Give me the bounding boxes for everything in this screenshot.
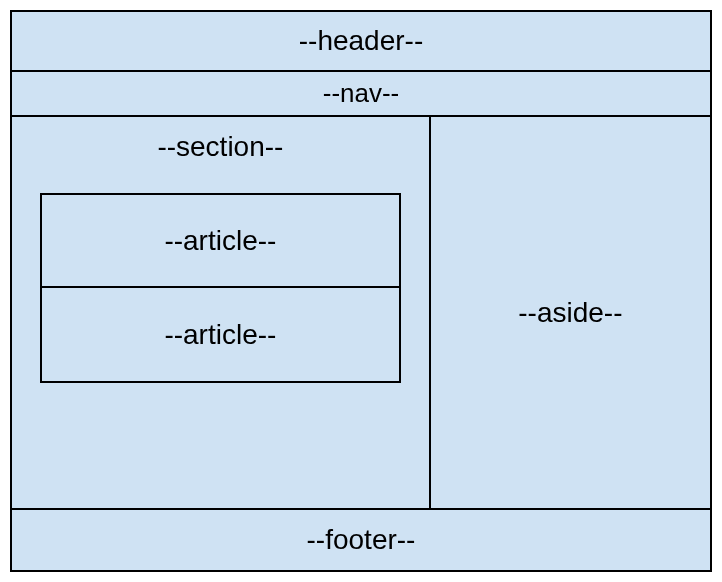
articles-container: --article-- --article--: [40, 193, 401, 383]
nav-label: --nav--: [323, 78, 400, 109]
article-label: --article--: [164, 225, 276, 257]
layout-diagram: --header-- --nav-- --section-- --article…: [10, 10, 712, 572]
article-region: --article--: [40, 288, 401, 383]
main-row: --section-- --article-- --article-- --as…: [12, 117, 710, 510]
footer-label: --footer--: [307, 524, 416, 556]
aside-region: --aside--: [431, 117, 710, 508]
aside-label: --aside--: [518, 297, 622, 329]
article-label: --article--: [164, 319, 276, 351]
section-region: --section-- --article-- --article--: [12, 117, 431, 508]
section-label: --section--: [40, 131, 401, 163]
nav-region: --nav--: [12, 72, 710, 117]
article-region: --article--: [40, 193, 401, 288]
header-label: --header--: [299, 25, 423, 57]
footer-region: --footer--: [12, 510, 710, 570]
header-region: --header--: [12, 12, 710, 72]
